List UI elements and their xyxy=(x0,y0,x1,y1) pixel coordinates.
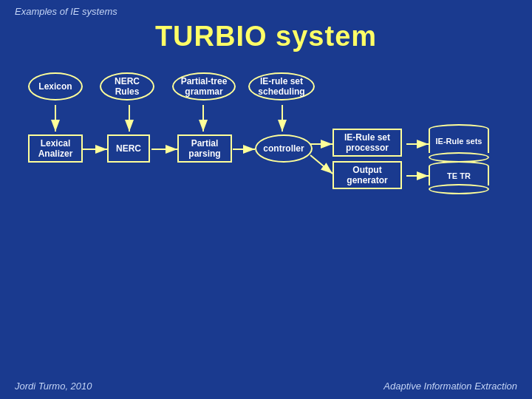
nerc-rules-node: NERC Rules xyxy=(100,72,154,100)
partial-tree-grammar-node: Partial-tree grammar xyxy=(172,72,236,100)
output-generator-node: Output generator xyxy=(332,161,402,189)
footer-left: Jordi Turmo, 2010 xyxy=(15,381,92,392)
ie-rule-set-processor-node: IE-Rule set processor xyxy=(332,129,402,157)
slide-subtitle: Examples of IE systems xyxy=(15,6,117,17)
arrows-layer xyxy=(15,66,517,362)
controller-node: controller xyxy=(255,134,313,163)
nerc-node: NERC xyxy=(107,134,150,163)
svg-line-9 xyxy=(310,155,332,174)
partial-parsing-node: Partial parsing xyxy=(177,134,232,163)
lexical-analizer-node: Lexical Analizer xyxy=(28,134,83,163)
ie-rule-sets-node: IE-Rule sets xyxy=(429,124,489,163)
footer-right: Adaptive Information Extraction xyxy=(383,381,517,392)
lexicon-node: Lexicon xyxy=(28,72,83,100)
ie-rule-set-scheduling-node: IE-rule set scheduling xyxy=(248,72,315,100)
slide-title: TURBIO system xyxy=(0,21,532,52)
te-tr-node: TE TR xyxy=(429,161,489,194)
diagram-area: Lexicon NERC Rules Partial-tree grammar … xyxy=(15,66,517,362)
